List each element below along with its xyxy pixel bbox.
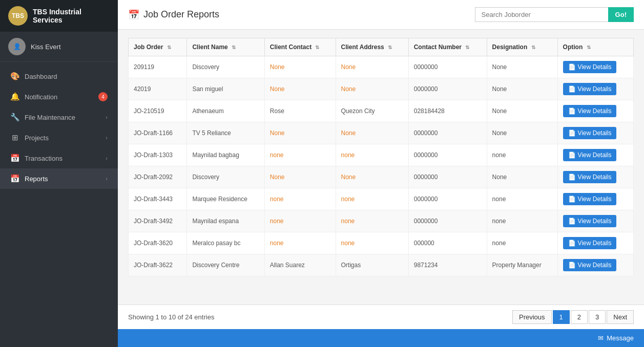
chevron-right-icon: › [106,155,108,161]
sidebar-header: TBS TBS Industrial Services [0,0,118,32]
cell-client-address: Quezon City [336,100,408,122]
main-header: 📅 Job Order Reports Go! [118,0,644,30]
cell-client-name: Athenaeum [187,100,264,122]
sidebar-item-file-maintenance[interactable]: 🔧 File Maintenance › [0,107,118,127]
view-details-button[interactable]: 📄 View Details [563,171,617,183]
cell-option: 📄 View Details [557,166,633,188]
page-2-button[interactable]: 2 [571,310,588,324]
cell-designation: None [487,56,557,78]
cell-client-contact: None [264,166,336,188]
cell-job-order: 209119 [129,56,187,78]
cell-contact-number: 0000000 [408,188,487,210]
file-icon: 📄 [568,174,576,181]
cell-job-order: JO-210519 [129,100,187,122]
cell-client-name: Maynilad bagbag [187,144,264,166]
view-details-button[interactable]: 📄 View Details [563,83,617,95]
page-3-button[interactable]: 3 [589,310,606,324]
sidebar-item-reports[interactable]: 📅 Reports › [0,168,118,189]
chevron-right-icon: › [106,114,108,120]
cell-client-name: Marquee Residence [187,188,264,210]
search-area: Go! [475,7,634,22]
col-job-order[interactable]: Job Order ⇅ [129,38,187,56]
cell-option: 📄 View Details [557,254,633,276]
view-details-button[interactable]: 📄 View Details [563,127,617,139]
cell-client-contact: none [264,232,336,254]
view-details-button[interactable]: 📄 View Details [563,105,617,117]
message-button[interactable]: ✉ Message [598,334,634,342]
sidebar-item-label: Notification [25,93,93,101]
table-row: JO-Draft-2092 Discovery None None 000000… [129,166,634,188]
col-designation[interactable]: Designation ⇅ [487,38,557,56]
notification-icon: 🔔 [10,92,19,101]
cell-client-address: Ortigas [336,254,408,276]
cell-client-contact: none [264,188,336,210]
user-profile[interactable]: 👤 Kiss Evert [0,32,118,62]
cell-designation: none [487,188,557,210]
file-icon: 📄 [568,262,576,269]
cell-contact-number: 0000000 [408,122,487,144]
sidebar-item-projects[interactable]: ⊞ Projects › [0,127,118,148]
sort-icon: ⇅ [388,45,392,50]
view-details-button[interactable]: 📄 View Details [563,61,617,73]
view-details-button[interactable]: 📄 View Details [563,193,617,205]
sidebar-item-transactions[interactable]: 📅 Transactions › [0,148,118,168]
cell-client-name: Maynilad espana [187,210,264,232]
cell-job-order: JO-Draft-3492 [129,210,187,232]
cell-option: 📄 View Details [557,122,633,144]
table-row: JO-210519 Athenaeum Rose Quezon City 028… [129,100,634,122]
cell-contact-number: 0000000 [408,166,487,188]
cell-client-address: none [336,232,408,254]
cell-designation: none [487,232,557,254]
file-icon: 📄 [568,196,576,203]
col-client-name[interactable]: Client Name ⇅ [187,38,264,56]
username: Kiss Evert [31,43,61,51]
page-1-button[interactable]: 1 [553,310,570,324]
cell-client-contact: None [264,78,336,100]
sidebar-item-dashboard[interactable]: 🎨 Dashboard [0,66,118,86]
page-title-icon: 📅 [128,9,139,20]
cell-job-order: JO-Draft-3443 [129,188,187,210]
view-details-button[interactable]: 📄 View Details [563,237,617,249]
cell-option: 📄 View Details [557,232,633,254]
cell-contact-number: 0000000 [408,144,487,166]
cell-client-name: Meralco pasay bc [187,232,264,254]
cell-contact-number: 028184428 [408,100,487,122]
file-icon: 📄 [568,240,576,247]
col-contact-number[interactable]: Contact Number ⇅ [408,38,487,56]
cell-client-name: San miguel [187,78,264,100]
cell-contact-number: 9871234 [408,254,487,276]
col-client-contact[interactable]: Client Contact ⇅ [264,38,336,56]
cell-client-contact: None [264,122,336,144]
table-row: JO-Draft-3492 Maynilad espana none none … [129,210,634,232]
page-title-text: Job Order Reports [143,9,219,20]
chevron-right-icon: › [106,176,108,182]
table-header-row: Job Order ⇅ Client Name ⇅ Client Contact… [129,38,634,56]
col-client-address[interactable]: Client Address ⇅ [336,38,408,56]
view-details-button[interactable]: 📄 View Details [563,259,617,271]
search-button[interactable]: Go! [608,7,634,22]
table-row: JO-Draft-1303 Maynilad bagbag none none … [129,144,634,166]
sort-icon: ⇅ [587,45,591,50]
file-icon: 📄 [568,107,576,115]
table-row: JO-Draft-3443 Marquee Residence none non… [129,188,634,210]
sidebar-nav: 🎨 Dashboard 🔔 Notification 4 🔧 File Main… [0,62,118,347]
next-button[interactable]: Next [607,310,634,324]
cell-option: 📄 View Details [557,188,633,210]
app-title: TBS Industrial Services [33,8,110,24]
cell-job-order: JO-Draft-2092 [129,166,187,188]
sidebar-item-label: Dashboard [25,73,108,80]
cell-job-order: JO-Draft-1166 [129,122,187,144]
cell-client-contact: none [264,210,336,232]
cell-job-order: JO-Draft-3622 [129,254,187,276]
sidebar-item-notification[interactable]: 🔔 Notification 4 [0,86,118,107]
view-details-button[interactable]: 📄 View Details [563,215,617,227]
cell-option: 📄 View Details [557,210,633,232]
previous-button[interactable]: Previous [512,310,552,324]
page-title: 📅 Job Order Reports [128,9,219,20]
cell-job-order: 42019 [129,78,187,100]
view-details-button[interactable]: 📄 View Details [563,149,617,161]
cell-designation: None [487,78,557,100]
file-icon: 📄 [568,63,576,71]
search-input[interactable] [475,7,608,22]
table-row: JO-Draft-1166 TV 5 Reliance None None 00… [129,122,634,144]
